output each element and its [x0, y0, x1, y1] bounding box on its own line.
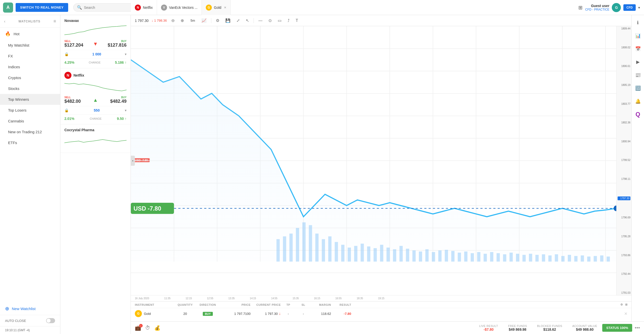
svg-rect-34: [348, 248, 351, 262]
line-tool-button[interactable]: —: [257, 17, 264, 24]
netflix-tab-icon: N: [135, 5, 141, 11]
svg-rect-42: [399, 246, 403, 261]
positions-header: INSTRUMENT QUANTITY DIRECTION PRICE CURR…: [131, 302, 631, 308]
sidebar-item-stocks[interactable]: Stocks: [0, 83, 60, 94]
y-label-7: 1800.94: [618, 140, 630, 143]
chevron-down-icon[interactable]: ▾: [638, 6, 640, 10]
search-box: 🔍: [73, 3, 139, 12]
sidebar-back-icon[interactable]: ‹: [4, 19, 5, 24]
col-header-price: PRICE: [220, 303, 251, 306]
sidebar-item-new-on-trading[interactable]: New on Trading 212: [0, 126, 60, 137]
sidebar-item-cryptos[interactable]: Cryptos: [0, 72, 60, 83]
col-header-sl: SL: [296, 303, 311, 306]
x-label-1135: 11:35: [164, 297, 171, 300]
funds-icon[interactable]: 💰: [154, 325, 160, 331]
svg-rect-27: [302, 222, 306, 262]
sidebar-item-label-new-on-trading: New on Trading 212: [8, 130, 42, 134]
sidebar-item-cannabis[interactable]: Cannabis: [0, 116, 60, 126]
tabs-bar: N Netflix V VanEck Vectors ... G Gold ✕: [131, 0, 594, 15]
chart-type-line-button[interactable]: 📈: [200, 17, 208, 24]
chart-area: 1 797.30 ↓ 1 798.36 ⊖ ⊕ 5m 📈 ⚙ 💾 ⤢ ↖ — ⊙…: [131, 15, 631, 334]
circle-tool-button[interactable]: ⊙: [267, 17, 273, 24]
portfolio-icon[interactable]: 💼 1: [135, 325, 141, 331]
bell-icon[interactable]: 🔔: [633, 97, 642, 106]
sidebar-item-indices[interactable]: Indices: [0, 61, 60, 72]
novavax-change-row: 4.25% CHANGE 5.186 ↑: [64, 58, 127, 64]
history-icon[interactable]: ⏱: [145, 325, 150, 331]
calendar-icon[interactable]: 📅: [633, 44, 642, 53]
zoom-out-button[interactable]: ⊖: [170, 17, 176, 24]
auto-close-toggle[interactable]: [46, 318, 55, 323]
switch-to-real-money-button[interactable]: SWITCH TO REAL MONEY: [16, 3, 68, 12]
zoom-in-button[interactable]: ⊕: [179, 17, 185, 24]
rectangle-tool-button[interactable]: ▭: [276, 17, 283, 24]
netflix-tab-label: Netflix: [143, 6, 153, 10]
col-header-margin: MARGIN: [311, 303, 331, 306]
col-header-current-price: CURRENT PRICE: [251, 303, 281, 306]
tab-netflix[interactable]: N Netflix: [131, 0, 157, 15]
sidebar-item-label-top-losers: Top Losers: [8, 108, 26, 112]
gold-tab-label: Gold: [214, 6, 221, 10]
info-icon[interactable]: ℹ: [633, 18, 642, 27]
status-metrics: LIVE RESULT -$7.80 FREE FUNDS $49 869.98…: [479, 324, 597, 331]
y-label-current: 1797.30: [618, 196, 630, 200]
status-100-button[interactable]: STATUS 100%: [602, 324, 632, 332]
timeframe-5m-button[interactable]: 5m: [188, 18, 197, 23]
text-tool-button[interactable]: T: [294, 17, 300, 24]
chart-x-axis: 16 July 2020 11:35 12:15 12:55 13:35 14:…: [131, 295, 631, 301]
status-tabs: 💼 1 ⏱ 💰: [135, 325, 160, 331]
path-tool-button[interactable]: ⤴: [286, 17, 291, 24]
netflix-sell-label: SELL: [64, 96, 81, 99]
sidebar-item-top-winners[interactable]: Top Winners: [0, 94, 60, 105]
calculator-icon[interactable]: 🔢: [633, 84, 642, 93]
expand-icon[interactable]: ▾: [125, 52, 127, 56]
settings-positions-icon[interactable]: ⚙: [620, 303, 623, 306]
sidebar-item-mywatchlist[interactable]: My Watchlist: [0, 40, 60, 51]
netflix-sell-price: $482.00: [64, 99, 81, 104]
chart-icon[interactable]: 📊: [633, 31, 642, 40]
news-icon[interactable]: 📰: [633, 71, 642, 80]
free-funds-label: FREE FUNDS: [508, 324, 527, 327]
new-watchlist-button[interactable]: ⊕ New Watchlist: [0, 302, 60, 315]
search-icon: 🔍: [77, 5, 82, 10]
svg-rect-74: [607, 256, 610, 261]
account-value-metric: ACCOUNT VALUE $49 988.60: [572, 324, 597, 331]
list-item-netflix: N Netflix SELL $482.00 ▲ BUY $482.49: [60, 68, 131, 124]
grid-icon[interactable]: ⊞: [578, 5, 583, 11]
svg-rect-70: [581, 255, 584, 261]
columns-icon[interactable]: ⊞: [625, 303, 628, 306]
col-header-instrument: INSTRUMENT: [135, 303, 175, 306]
sidebar-menu-icon[interactable]: ≡: [53, 19, 56, 24]
netflix-change-row: 2.01% CHANGE 9.50 ↑: [64, 114, 127, 121]
svg-rect-57: [497, 253, 500, 261]
cursor-button[interactable]: ↖: [244, 17, 251, 24]
sidebar-item-fx[interactable]: FX: [0, 51, 60, 61]
search-input[interactable]: [84, 6, 135, 10]
svg-rect-55: [484, 254, 487, 261]
gold-tab-close[interactable]: ✕: [224, 6, 226, 9]
more-icon[interactable]: •••: [635, 325, 640, 331]
netflix-price-row: SELL $482.00 ▲ BUY $482.49: [64, 96, 127, 104]
cfd-button[interactable]: CFD: [623, 4, 636, 11]
sidebar-item-etfs[interactable]: ETFs: [0, 137, 60, 148]
settings-button[interactable]: ⚙: [214, 17, 221, 24]
sidebar-item-top-losers[interactable]: Top Losers: [0, 105, 60, 116]
svg-rect-24: [283, 236, 286, 261]
sidebar: ‹ WATCHLISTS ≡ 🔥 Hot My Watchlist FX Ind…: [0, 15, 60, 334]
netflix-buy-label: BUY: [110, 96, 127, 99]
play-icon[interactable]: ▶: [633, 57, 642, 66]
collapse-panel-button[interactable]: ‹: [131, 156, 135, 166]
tab-gold[interactable]: G Gold ✕: [202, 0, 231, 15]
fullscreen-button[interactable]: ⤢: [235, 17, 241, 24]
y-label-2: 1808.02: [618, 46, 630, 49]
svg-rect-38: [374, 248, 377, 261]
save-template-button[interactable]: 💾: [224, 17, 232, 24]
q-icon[interactable]: Q: [633, 110, 642, 119]
close-position-icon[interactable]: ✕: [624, 311, 627, 316]
y-label-11: 1795.28: [618, 235, 630, 238]
sidebar-item-hot[interactable]: 🔥 Hot: [0, 28, 60, 40]
position-tp: -: [281, 312, 296, 316]
netflix-change-arrow: ↑: [125, 117, 127, 121]
tab-vaneck[interactable]: V VanEck Vectors ...: [157, 0, 202, 15]
expand-icon-netflix[interactable]: ▾: [125, 108, 127, 112]
